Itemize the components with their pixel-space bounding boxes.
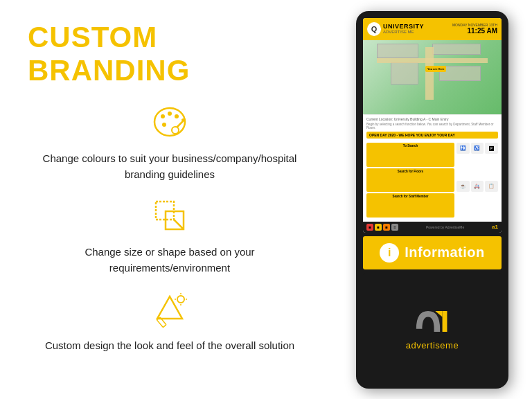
page-title: CUSTOM BRANDING [28,21,312,87]
resize-icon [149,195,190,239]
kiosk-screen: Q UNIVERSITY ADVERTISE ME MONDAY NOVEMBE… [363,18,502,233]
logo-text: UNIVERSITY ADVERTISE ME [383,24,424,34]
kiosk-brand-section: advertiseme [363,273,502,382]
design-icon [149,288,190,332]
brand-name-light: advertise [406,340,445,351]
screen-brand-icon: a1 [492,224,498,230]
info-label: Information [405,245,485,260]
svg-point-3 [168,112,172,116]
map-building-3 [391,62,418,85]
screen-icon-cafe: ☕ [456,181,470,192]
svg-point-2 [161,114,165,118]
screen-footer-text: Powered by AdvertiseMe [426,225,464,229]
screen-bottom-icon-yellow: ■ [375,224,382,231]
screen-icon-restroom: 🚻 [456,143,470,154]
screen-time: 11:25 AM [452,27,497,35]
map-path-2 [425,47,434,99]
screen-bottom-icons: ■ ■ ■ ≡ [366,224,398,231]
feature-design: Custom design the look and feel of the o… [28,288,312,354]
svg-line-10 [174,220,184,229]
screen-map: You are Here [363,40,502,115]
brand-name-accent: me [445,340,459,351]
screen-open-day-bar: OPEN DAY 2020 - WE HOPE YOU ENJOY YOUR D… [366,132,498,139]
you-are-here-label: You are Here [425,66,446,72]
screen-icon-accessible: ♿ [471,143,484,154]
brand-name: advertiseme [406,340,459,351]
kiosk-device: Q UNIVERSITY ADVERTISE ME MONDAY NOVEMBE… [356,11,508,389]
feature-size-text: Change size or shape based on your requi… [28,245,312,276]
screen-btn-search[interactable]: To Search [366,143,454,167]
info-circle-icon: i [380,243,399,263]
screen-button-column: To Search Search for Floors Search for S… [366,143,454,218]
svg-point-7 [181,118,186,121]
svg-line-6 [177,121,184,127]
screen-icon-grid: 🚻 ♿ 🅿 ☕ 🚑 📋 [456,143,498,218]
kiosk-info-section: i Information [363,236,502,269]
left-panel: CUSTOM BRANDING Change colours to suit y… [0,0,339,399]
map-building-2 [432,44,481,55]
svg-point-5 [162,123,166,127]
screen-icon-parking: 🅿 [485,143,498,154]
logo-advertise: ADVERTISE ME [383,30,424,34]
screen-controls-area: To Search Search for Floors Search for S… [363,143,502,220]
svg-marker-12 [157,296,182,319]
svg-point-13 [177,296,184,303]
screen-bottom-icon-red: ■ [366,224,373,231]
brand-logo-svg [411,304,453,339]
screen-bottom-icon-orange: ■ [383,224,390,231]
screen-header: Q UNIVERSITY ADVERTISE ME MONDAY NOVEMBE… [363,18,502,40]
screen-bottom-icon-menu: ≡ [391,224,398,231]
screen-icon-medical: 🚑 [471,181,484,192]
brand-logo-area: advertiseme [406,304,459,351]
palette-icon [149,101,190,145]
map-building-1 [377,44,418,59]
feature-design-text: Custom design the look and feel of the o… [45,338,294,354]
feature-colours: Change colours to suit your business/com… [28,101,312,182]
screen-location-text: Current Location: University Building A … [366,117,498,121]
svg-rect-19 [443,311,447,332]
logo-university: UNIVERSITY [383,24,424,30]
svg-point-4 [175,114,179,118]
screen-info-section: Current Location: University Building A … [363,114,502,143]
screen-search-text: Begin by selecting a search function bel… [366,123,498,130]
screen-time-block: MONDAY NOVEMBER 13TH 11:25 AM [452,23,497,35]
logo-q-icon: Q [367,22,381,36]
feature-colours-text: Change colours to suit your business/com… [28,151,312,182]
screen-btn-staff[interactable]: Search for Staff Member [366,193,454,218]
screen-bottom-bar: ■ ■ ■ ≡ Powered by AdvertiseMe a1 [363,222,502,233]
info-i-letter: i [388,247,391,259]
screen-icon-info: 📋 [485,181,498,192]
screen-btn-floors[interactable]: Search for Floors [366,168,454,193]
right-panel: Q UNIVERSITY ADVERTISE ME MONDAY NOVEMBE… [339,0,532,399]
screen-logo: Q UNIVERSITY ADVERTISE ME [367,22,424,36]
feature-size: Change size or shape based on your requi… [28,195,312,276]
svg-point-1 [172,127,179,134]
